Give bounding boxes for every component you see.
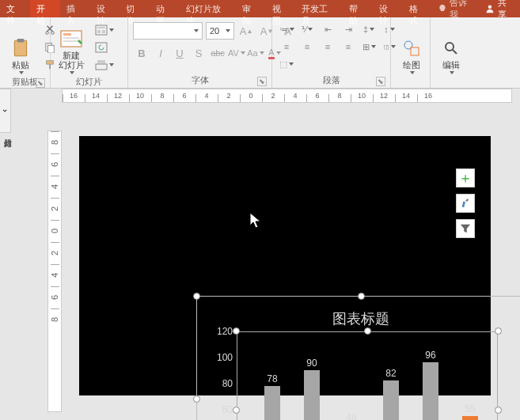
svg-rect-10 [63, 33, 71, 36]
char-spacing-button[interactable]: AV [228, 44, 245, 62]
titlebar: 文件 开始 插入 设计 切换 动画 幻灯片放映 审阅 视图 开发工具 帮助 设计… [0, 0, 520, 17]
bar[interactable]: 90 [292, 331, 332, 420]
share-button[interactable]: 共享 [480, 0, 520, 17]
chart-filter-button[interactable] [456, 219, 475, 238]
paste-button[interactable]: 粘贴 [5, 22, 36, 74]
bar[interactable]: 78 [252, 331, 292, 420]
resize-handle-nw[interactable] [193, 293, 200, 300]
plot-area[interactable]: 020406080100120 789048829655 [237, 331, 498, 420]
tell-me[interactable]: 告诉我 [433, 0, 481, 17]
group-clipboard: 剪贴板 [12, 77, 38, 86]
svg-rect-1 [14, 40, 26, 56]
tab-file[interactable]: 文件 [0, 0, 30, 17]
align-justify-button[interactable]: ≡ [339, 40, 358, 54]
grow-font-button[interactable]: A▲ [237, 22, 255, 40]
bar-value-label: 96 [425, 350, 435, 361]
y-tick-label: 80 [209, 378, 233, 389]
tab-dev[interactable]: 开发工具 [295, 0, 343, 17]
font-color-button[interactable]: A [266, 44, 283, 62]
underline-button[interactable]: U [171, 44, 188, 62]
bar[interactable]: 82 [371, 331, 411, 420]
tab-design[interactable]: 设计 [90, 0, 120, 17]
group-font: 字体 [192, 75, 209, 85]
columns-button[interactable]: ⊞ [359, 40, 378, 54]
plot-handle[interactable] [495, 407, 502, 414]
tab-design2[interactable]: 设计 [373, 0, 403, 17]
svg-rect-21 [411, 47, 419, 55]
tab-transition[interactable]: 切换 [120, 0, 150, 17]
drawing-button[interactable]: 绘图 [396, 22, 427, 74]
outline-panel-toggle[interactable]: › [0, 89, 11, 133]
plot-handle[interactable] [495, 327, 502, 335]
bar-value-label: 48 [346, 412, 356, 420]
line-spacing-button[interactable]: ‡ [359, 22, 378, 36]
bold-button[interactable]: B [133, 44, 150, 62]
tab-insert[interactable]: 插入 [60, 0, 90, 17]
section-button[interactable] [93, 57, 116, 73]
layout-button[interactable] [93, 22, 116, 38]
group-slides: 幻灯片 [76, 77, 102, 86]
font-name-select[interactable] [133, 22, 203, 40]
tab-slideshow[interactable]: 幻灯片放映 [180, 0, 236, 17]
chart-title[interactable]: 图表标题 [197, 309, 520, 328]
svg-rect-2 [17, 39, 25, 42]
resize-handle-n[interactable] [358, 293, 365, 300]
y-tick-label: 60 [209, 404, 233, 415]
indent-decrease-button[interactable]: ⇤ [318, 22, 337, 36]
reset-button[interactable] [93, 40, 116, 55]
align-center-button[interactable]: ≡ [298, 40, 317, 54]
ribbon: 粘贴 剪贴板⬊ 新建 幻灯片 幻灯片 [0, 17, 520, 89]
tab-animation[interactable]: 动画 [150, 0, 180, 17]
bar-value-label: 78 [267, 373, 277, 384]
bar-value-label: 82 [385, 368, 396, 379]
plot-handle[interactable] [233, 407, 240, 414]
svg-rect-12 [63, 40, 79, 42]
slide-canvas[interactable]: 图表标题 020406080100120 789048829655 语文数学英语… [79, 136, 491, 395]
font-size-select[interactable]: 20 [206, 22, 234, 40]
svg-rect-19 [97, 60, 105, 63]
svg-rect-17 [96, 43, 107, 52]
bar-value-label: 55 [465, 403, 475, 414]
clear-format-button[interactable]: A̷ [279, 22, 296, 40]
font-dialog[interactable]: ⬊ [257, 77, 267, 86]
horizontal-ruler: 1614121086420246810121416 [62, 89, 512, 103]
svg-rect-11 [63, 37, 79, 39]
group-paragraph: 段落 [323, 75, 340, 85]
clipboard-dialog[interactable]: ⬊ [36, 78, 45, 88]
svg-point-0 [488, 6, 492, 9]
align-right-button[interactable]: ≡ [318, 40, 337, 54]
new-slide-button[interactable]: 新建 幻灯片 [55, 22, 87, 74]
bar[interactable]: 48 [332, 331, 371, 420]
resize-handle-w[interactable] [193, 395, 200, 403]
tab-review[interactable]: 审阅 [236, 0, 266, 17]
y-tick-label: 120 [209, 326, 233, 337]
para-dialog[interactable]: ⬊ [376, 77, 385, 86]
tab-view[interactable]: 视图 [266, 0, 296, 17]
shadow-button[interactable]: S [190, 44, 207, 62]
svg-rect-16 [102, 30, 105, 33]
svg-point-3 [46, 32, 49, 35]
editing-button[interactable]: 编辑 [435, 22, 467, 74]
svg-rect-18 [96, 64, 107, 70]
numbering-button[interactable]: ⅟ [298, 22, 317, 36]
chart-elements-button[interactable]: ＋ [456, 168, 475, 187]
svg-point-22 [446, 43, 454, 51]
bar[interactable]: 96 [411, 331, 450, 420]
y-tick-label: 100 [209, 352, 233, 363]
chart-styles-button[interactable] [456, 194, 475, 213]
shrink-font-button[interactable]: A▼ [258, 22, 275, 40]
chart-float-tools: ＋ [456, 168, 475, 238]
tab-start[interactable]: 开始 [30, 0, 60, 17]
vertical-ruler: 864202468 [47, 131, 62, 412]
strike-button[interactable]: abc [209, 44, 226, 62]
chart-object[interactable]: 图表标题 020406080100120 789048829655 语文数学英语… [196, 296, 520, 420]
indent-increase-button[interactable]: ⇥ [339, 22, 358, 36]
change-case-button[interactable]: Aa [247, 44, 264, 62]
plot-handle[interactable] [233, 327, 240, 335]
tab-format[interactable]: 格式 [403, 0, 433, 17]
tab-help[interactable]: 帮助 [343, 0, 373, 17]
bar-value-label: 90 [306, 358, 317, 369]
svg-rect-14 [97, 27, 105, 28]
italic-button[interactable]: I [152, 44, 169, 62]
bar[interactable]: 55 [450, 331, 490, 420]
